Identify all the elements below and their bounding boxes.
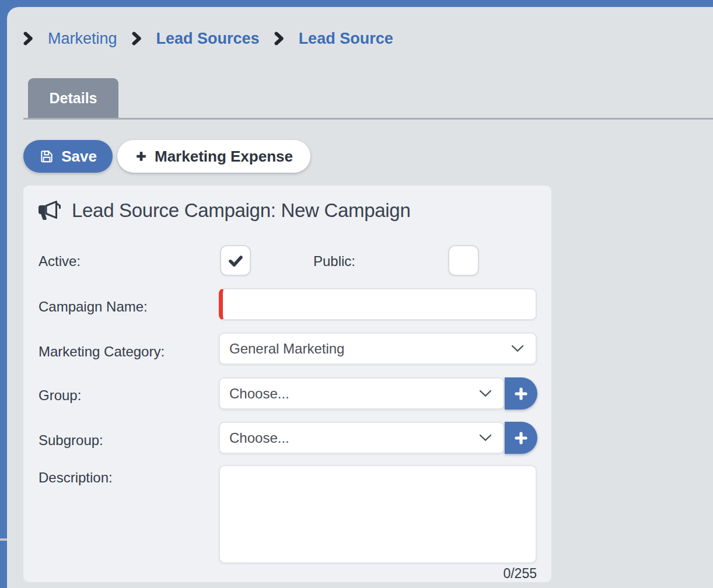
description-char-counter: 0/255 — [219, 566, 537, 582]
panel-title-row: Lead Source Campaign: New Campaign — [36, 200, 410, 222]
add-subgroup-button[interactable] — [505, 422, 537, 454]
checkmark-icon — [226, 251, 245, 270]
active-label: Active: — [39, 253, 81, 270]
plus-icon — [513, 386, 529, 401]
marketing-category-label: Marketing Category: — [39, 344, 165, 360]
toolbar: Save Marketing Expense — [23, 140, 310, 173]
subgroup-label: Subgroup: — [39, 432, 103, 449]
marketing-category-select[interactable]: General Marketing — [219, 332, 537, 365]
add-group-button[interactable] — [505, 377, 537, 410]
group-label: Group: — [39, 387, 81, 404]
save-button-label: Save — [61, 148, 97, 166]
chevron-down-icon — [479, 390, 492, 397]
bullhorn-icon — [36, 200, 62, 222]
chevron-right-icon — [132, 32, 142, 46]
left-strip-divider — [0, 538, 7, 541]
chevron-down-icon — [511, 345, 524, 352]
group-value: Choose... — [229, 386, 479, 402]
tab-divider-line — [23, 118, 713, 120]
campaign-name-label: Campaign Name: — [39, 299, 148, 315]
breadcrumb-link-marketing[interactable]: Marketing — [48, 30, 117, 48]
breadcrumb-current-lead-source[interactable]: Lead Source — [299, 30, 393, 48]
breadcrumb-link-lead-sources[interactable]: Lead Sources — [156, 30, 260, 48]
group-select[interactable]: Choose... — [219, 377, 505, 410]
add-marketing-expense-button[interactable]: Marketing Expense — [117, 140, 310, 173]
save-button[interactable]: Save — [23, 140, 113, 173]
description-label: Description: — [39, 470, 113, 486]
public-label: Public: — [313, 253, 355, 270]
subgroup-select[interactable]: Choose... — [219, 422, 505, 454]
main-content-area: Marketing Lead Sources Lead Source Detai… — [7, 7, 713, 588]
marketing-category-value: General Marketing — [229, 341, 511, 357]
description-textarea[interactable] — [219, 465, 537, 564]
chevron-down-icon — [479, 434, 492, 442]
marketing-expense-button-label: Marketing Expense — [155, 148, 293, 166]
lead-source-campaign-panel: Lead Source Campaign: New Campaign Activ… — [23, 186, 551, 582]
plus-icon — [513, 430, 529, 446]
plus-icon — [135, 150, 148, 163]
tab-details[interactable]: Details — [28, 78, 118, 118]
breadcrumb: Marketing Lead Sources Lead Source — [23, 29, 393, 48]
campaign-name-input[interactable] — [219, 288, 537, 320]
chevron-right-icon — [274, 32, 284, 46]
public-checkbox[interactable] — [448, 245, 479, 276]
chevron-right-icon — [23, 32, 33, 46]
panel-title: Lead Source Campaign: New Campaign — [72, 200, 410, 222]
active-checkbox[interactable] — [220, 245, 251, 276]
save-floppy-icon — [39, 149, 54, 164]
subgroup-value: Choose... — [229, 430, 479, 446]
